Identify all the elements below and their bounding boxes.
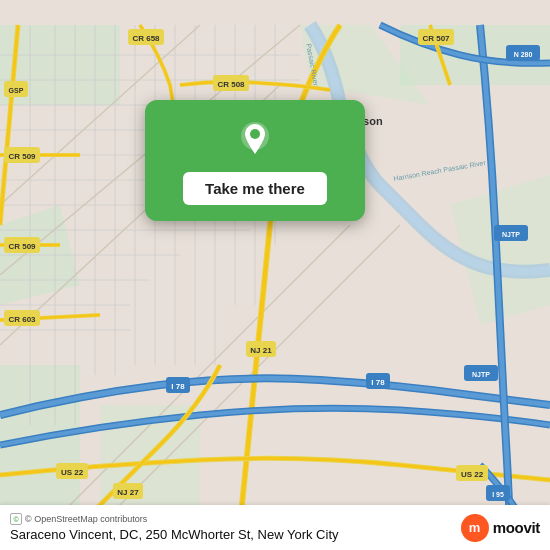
credit-text: © OpenStreetMap contributors <box>25 514 147 524</box>
svg-text:NJTP: NJTP <box>472 371 490 378</box>
svg-text:I 95: I 95 <box>492 491 504 498</box>
address-text: Saraceno Vincent, DC, 250 McWhorter St, … <box>10 527 339 542</box>
svg-text:I 78: I 78 <box>371 378 385 387</box>
openstreetmap-credit: © © OpenStreetMap contributors <box>10 513 339 525</box>
take-me-there-button[interactable]: Take me there <box>183 172 327 205</box>
svg-text:NJTP: NJTP <box>502 231 520 238</box>
svg-text:CR 508: CR 508 <box>217 80 245 89</box>
location-card: Take me there <box>145 100 365 221</box>
svg-text:Harrison Reach Passaic River: Harrison Reach Passaic River <box>393 159 487 182</box>
map-svg: CR 658 CR 507 CR 508 CR 509 CR 509 CR 60… <box>0 0 550 550</box>
pin-icon <box>233 118 277 162</box>
moovit-icon: m <box>461 514 489 542</box>
svg-text:US 22: US 22 <box>461 470 484 479</box>
svg-point-83 <box>250 129 260 139</box>
map-container: CR 658 CR 507 CR 508 CR 509 CR 509 CR 60… <box>0 0 550 550</box>
svg-text:CR 509: CR 509 <box>8 242 36 251</box>
svg-text:NJ 27: NJ 27 <box>117 488 139 497</box>
bottom-bar: © © OpenStreetMap contributors Saraceno … <box>0 505 550 550</box>
moovit-text: moovit <box>493 519 540 536</box>
svg-text:I 78: I 78 <box>171 382 185 391</box>
moovit-logo: m moovit <box>461 514 540 542</box>
svg-text:CR 509: CR 509 <box>8 152 36 161</box>
svg-text:NJ 21: NJ 21 <box>250 346 272 355</box>
svg-text:CR 603: CR 603 <box>8 315 36 324</box>
osm-logo: © <box>10 513 22 525</box>
svg-text:GSP: GSP <box>9 87 24 94</box>
svg-text:N 280: N 280 <box>514 51 533 58</box>
svg-text:CR 507: CR 507 <box>422 34 450 43</box>
svg-text:CR 658: CR 658 <box>132 34 160 43</box>
svg-text:US 22: US 22 <box>61 468 84 477</box>
bottom-left: © © OpenStreetMap contributors Saraceno … <box>10 513 339 542</box>
